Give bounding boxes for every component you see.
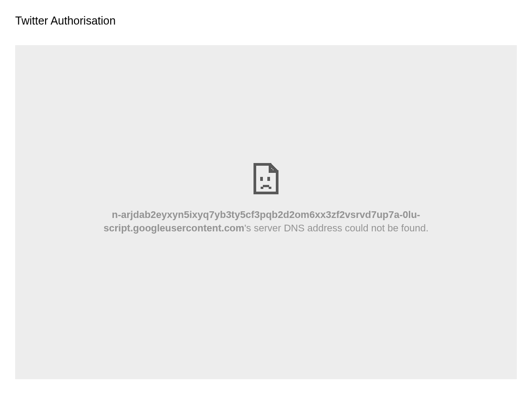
page-title: Twitter Authorisation: [0, 0, 532, 27]
sad-document-icon: [253, 163, 279, 195]
svg-rect-5: [269, 187, 271, 189]
svg-rect-4: [261, 187, 263, 189]
error-suffix: 's server DNS address could not be found…: [244, 222, 428, 234]
svg-rect-0: [270, 169, 273, 172]
svg-rect-2: [267, 177, 270, 181]
error-panel: n-arjdab2eyxyn5ixyq7yb3ty5cf3pqb2d2om6xx…: [15, 45, 517, 379]
svg-rect-1: [260, 177, 263, 181]
error-message: n-arjdab2eyxyn5ixyq7yb3ty5cf3pqb2d2om6xx…: [65, 208, 467, 234]
svg-rect-3: [263, 185, 269, 187]
